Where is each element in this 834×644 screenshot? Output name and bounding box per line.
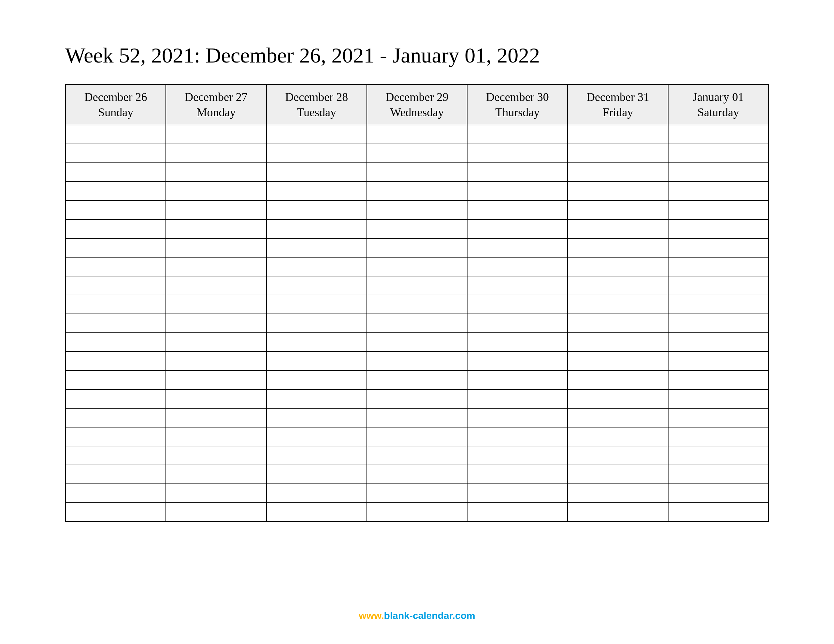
calendar-cell: [668, 257, 769, 276]
calendar-cell: [567, 408, 668, 427]
calendar-cell: [267, 465, 367, 484]
calendar-cell: [367, 144, 467, 163]
calendar-cell: [367, 484, 467, 503]
calendar-cell: [267, 333, 367, 352]
table-row: [65, 144, 769, 163]
calendar-cell: [166, 371, 266, 389]
calendar-cell: [267, 408, 367, 427]
calendar-cell: [567, 371, 668, 389]
calendar-cell: [668, 182, 769, 200]
calendar-cell: [166, 427, 266, 446]
table-row: [65, 503, 769, 521]
calendar-cell: [367, 182, 467, 200]
calendar-cell: [166, 333, 266, 352]
calendar-cell: [467, 446, 567, 465]
calendar-cell: [166, 163, 266, 182]
calendar-cell: [367, 220, 467, 238]
calendar-cell: [367, 257, 467, 276]
col-header-1-day: Monday: [168, 105, 265, 120]
calendar-cell: [166, 295, 266, 314]
calendar-cell: [267, 371, 367, 389]
calendar-cell: [267, 200, 367, 220]
calendar-cell: [668, 200, 769, 220]
calendar-cell: [668, 484, 769, 503]
col-header-3-day: Wednesday: [369, 105, 465, 120]
calendar-cell: [467, 220, 567, 238]
table-row: [65, 276, 769, 295]
calendar-cell: [367, 371, 467, 389]
col-header-2-day: Tuesday: [268, 105, 365, 120]
calendar-cell: [166, 352, 266, 371]
calendar-cell: [567, 427, 668, 446]
calendar-cell: [567, 314, 668, 333]
calendar-cell: [668, 427, 769, 446]
calendar-cell: [166, 125, 266, 144]
table-row: [65, 182, 769, 200]
footer-www: www.: [359, 610, 384, 621]
calendar-cell: [367, 446, 467, 465]
calendar-cell: [467, 238, 567, 257]
table-row: [65, 352, 769, 371]
calendar-cell: [567, 144, 668, 163]
col-header-6-day: Saturday: [670, 105, 767, 120]
page-title: Week 52, 2021: December 26, 2021 - Janua…: [65, 42, 769, 68]
calendar-cell: [65, 446, 166, 465]
footer-domain: blank-calendar.com: [384, 610, 475, 621]
footer-link: www.blank-calendar.com: [0, 610, 834, 621]
calendar-cell: [166, 182, 266, 200]
table-row: [65, 484, 769, 503]
weekly-calendar-table: December 26 Sunday December 27 Monday De…: [65, 84, 769, 522]
table-row: [65, 389, 769, 408]
calendar-cell: [668, 163, 769, 182]
calendar-cell: [166, 200, 266, 220]
calendar-cell: [467, 484, 567, 503]
calendar-cell: [166, 257, 266, 276]
table-row: [65, 200, 769, 220]
weekly-calendar-page: Week 52, 2021: December 26, 2021 - Janua…: [0, 0, 834, 644]
calendar-cell: [367, 163, 467, 182]
calendar-cell: [668, 314, 769, 333]
calendar-cell: [467, 389, 567, 408]
calendar-cell: [367, 408, 467, 427]
calendar-cell: [567, 200, 668, 220]
calendar-cell: [567, 503, 668, 521]
calendar-header-row: December 26 Sunday December 27 Monday De…: [65, 85, 769, 125]
col-header-6: January 01 Saturday: [668, 85, 769, 125]
calendar-cell: [467, 295, 567, 314]
calendar-cell: [367, 200, 467, 220]
col-header-4-day: Thursday: [469, 105, 566, 120]
calendar-cell: [267, 389, 367, 408]
calendar-cell: [467, 371, 567, 389]
calendar-cell: [567, 238, 668, 257]
calendar-cell: [567, 389, 668, 408]
calendar-cell: [65, 220, 166, 238]
calendar-cell: [567, 333, 668, 352]
calendar-cell: [267, 314, 367, 333]
calendar-cell: [668, 408, 769, 427]
calendar-cell: [668, 125, 769, 144]
calendar-cell: [668, 295, 769, 314]
calendar-cell: [367, 427, 467, 446]
calendar-cell: [668, 465, 769, 484]
calendar-cell: [367, 125, 467, 144]
calendar-cell: [267, 238, 367, 257]
calendar-cell: [668, 446, 769, 465]
table-row: [65, 446, 769, 465]
table-row: [65, 125, 769, 144]
calendar-cell: [567, 295, 668, 314]
calendar-cell: [65, 333, 166, 352]
calendar-cell: [567, 220, 668, 238]
calendar-cell: [166, 276, 266, 295]
calendar-cell: [65, 182, 166, 200]
calendar-cell: [567, 465, 668, 484]
calendar-cell: [467, 352, 567, 371]
calendar-cell: [267, 163, 367, 182]
table-row: [65, 427, 769, 446]
col-header-4-date: December 30: [469, 90, 566, 105]
calendar-cell: [467, 182, 567, 200]
calendar-cell: [65, 295, 166, 314]
calendar-cell: [467, 163, 567, 182]
col-header-4: December 30 Thursday: [467, 85, 567, 125]
calendar-cell: [467, 276, 567, 295]
col-header-0: December 26 Sunday: [65, 85, 166, 125]
